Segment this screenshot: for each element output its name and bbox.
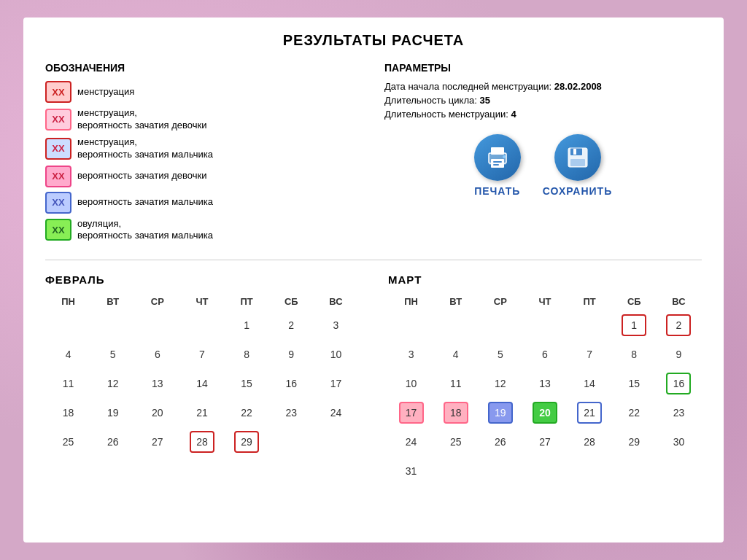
day-number: 16 bbox=[666, 373, 691, 394]
day-number: 2 bbox=[666, 314, 691, 336]
day-number: 11 bbox=[444, 373, 468, 394]
day-number: 24 bbox=[399, 431, 424, 453]
table-row: 2 bbox=[657, 311, 700, 339]
table-row: 31 bbox=[390, 457, 433, 485]
legend-text-boy-prob: вероятность зачатия мальчика bbox=[77, 196, 213, 209]
day-number: 4 bbox=[56, 343, 81, 365]
table-row: 29 bbox=[225, 428, 268, 456]
day-number: 22 bbox=[622, 402, 646, 424]
day-number: 14 bbox=[577, 373, 602, 394]
table-row: 30 bbox=[657, 428, 700, 456]
legend-box-menstruation-girl: XX bbox=[45, 109, 71, 131]
legend-box-menstruation-boy: XX bbox=[45, 138, 71, 160]
day-number: 31 bbox=[399, 460, 424, 482]
table-row: 1 bbox=[613, 311, 656, 339]
day-number: 19 bbox=[488, 402, 513, 424]
legend-item-menstruation-girl: XX менструация,вероятность зачатия девоч… bbox=[45, 107, 363, 132]
day-number: 14 bbox=[190, 373, 214, 394]
table-row: 26 bbox=[479, 428, 522, 456]
feb-col-sun: ВС bbox=[314, 293, 357, 310]
day-number: 18 bbox=[444, 402, 468, 424]
table-row: 29 bbox=[613, 428, 656, 456]
svg-rect-9 bbox=[573, 149, 576, 155]
save-icon-circle bbox=[554, 134, 601, 181]
day-number: 20 bbox=[533, 402, 557, 424]
table-row: 21 bbox=[568, 399, 611, 427]
table-row: 11 bbox=[434, 370, 477, 397]
table-row: 17 bbox=[390, 399, 433, 427]
legend-item-girl-prob: XX вероятность зачатия девочки bbox=[45, 166, 363, 187]
params-line1-value: 28.02.2008 bbox=[554, 81, 602, 92]
table-row: 18 bbox=[434, 399, 477, 427]
save-button[interactable]: СОХРАНИТЬ bbox=[543, 134, 612, 197]
save-button-label: СОХРАНИТЬ bbox=[543, 185, 612, 197]
day-number: 25 bbox=[56, 431, 81, 453]
february-calendar: ФЕВРАЛЬ ПН ВТ СР ЧТ ПТ СБ ВС 12345678910… bbox=[45, 273, 359, 486]
day-number: 26 bbox=[488, 431, 513, 453]
mar-col-tue: ВТ bbox=[434, 293, 477, 310]
params-section: ПАРАМЕТРЫ Дата начала последней менструа… bbox=[384, 62, 702, 246]
day-number: 27 bbox=[533, 431, 557, 453]
legend-text-menstruation: менструация bbox=[77, 86, 134, 98]
calendar-week-row: 18192021222324 bbox=[47, 399, 357, 427]
params-title: ПАРАМЕТРЫ bbox=[384, 62, 702, 74]
table-row: 9 bbox=[270, 341, 313, 368]
table-row bbox=[479, 311, 522, 339]
table-row: 7 bbox=[180, 341, 223, 368]
table-row: 1 bbox=[225, 311, 268, 339]
params-line2-label: Длительность цикла: bbox=[384, 95, 479, 106]
mar-col-thu: ЧТ bbox=[523, 293, 566, 310]
params-line2: Длительность цикла: 35 bbox=[384, 95, 702, 106]
table-row bbox=[314, 428, 357, 456]
table-row: 25 bbox=[434, 428, 477, 456]
day-number: 19 bbox=[101, 402, 125, 424]
day-number: 12 bbox=[101, 373, 125, 394]
day-number: 25 bbox=[444, 431, 468, 453]
table-row: 10 bbox=[314, 341, 357, 368]
table-row bbox=[479, 457, 522, 485]
params-line3: Длительность менструации: 4 bbox=[384, 109, 702, 120]
day-number: 8 bbox=[234, 343, 259, 365]
mar-col-fri: ПТ bbox=[568, 293, 611, 310]
day-number: 11 bbox=[56, 373, 81, 394]
table-row: 13 bbox=[136, 370, 179, 397]
table-row: 6 bbox=[136, 341, 179, 368]
day-number: 28 bbox=[190, 431, 214, 453]
legend-title: ОБОЗНАЧЕНИЯ bbox=[45, 62, 363, 74]
legend-text-girl-prob: вероятность зачатия девочки bbox=[77, 170, 206, 182]
params-line2-value: 35 bbox=[479, 95, 489, 106]
params-line3-value: 4 bbox=[511, 109, 516, 120]
table-row: 12 bbox=[479, 370, 522, 397]
day-number: 13 bbox=[145, 373, 170, 394]
calendar-week-row: 2526272829 bbox=[47, 428, 357, 456]
svg-point-6 bbox=[503, 155, 506, 158]
table-row bbox=[657, 457, 700, 485]
day-number: 17 bbox=[323, 373, 348, 394]
table-row: 27 bbox=[523, 428, 566, 456]
legend-item-ovulation-boy: XX овуляция,вероятность зачатия мальчика bbox=[45, 218, 363, 243]
print-button[interactable]: ПЕЧАТЬ bbox=[474, 134, 521, 197]
table-row: 25 bbox=[47, 428, 90, 456]
table-row: 8 bbox=[225, 341, 268, 368]
calendar-week-row: 12 bbox=[390, 311, 700, 339]
day-number: 23 bbox=[666, 402, 691, 424]
table-row: 15 bbox=[613, 370, 656, 397]
day-number: 3 bbox=[399, 343, 424, 365]
table-row: 22 bbox=[225, 399, 268, 427]
feb-col-fri: ПТ bbox=[225, 293, 268, 310]
printer-icon bbox=[484, 144, 511, 171]
day-number: 10 bbox=[399, 373, 424, 394]
table-row bbox=[568, 311, 611, 339]
table-row: 9 bbox=[657, 341, 700, 368]
table-row: 21 bbox=[180, 399, 223, 427]
table-row bbox=[91, 311, 134, 339]
feb-col-wed: СР bbox=[136, 293, 179, 310]
day-number: 8 bbox=[622, 343, 646, 365]
table-row: 23 bbox=[270, 399, 313, 427]
day-number: 6 bbox=[145, 343, 170, 365]
table-row: 3 bbox=[390, 341, 433, 368]
table-row bbox=[613, 457, 656, 485]
top-section: ОБОЗНАЧЕНИЯ XX менструация XX менструаци… bbox=[45, 62, 702, 260]
calendar-week-row: 123 bbox=[47, 311, 357, 339]
table-row: 4 bbox=[434, 341, 477, 368]
